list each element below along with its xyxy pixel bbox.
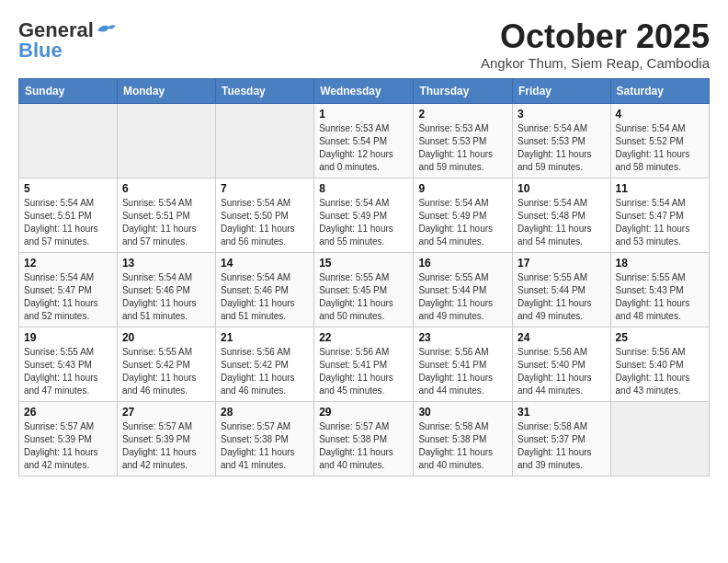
logo-blue-text: Blue (18, 39, 63, 63)
calendar-cell (215, 103, 313, 178)
calendar-cell (19, 103, 118, 178)
day-detail: Sunrise: 5:56 AMSunset: 5:41 PMDaylight:… (418, 346, 507, 397)
calendar-cell: 19Sunrise: 5:55 AMSunset: 5:43 PMDayligh… (19, 327, 118, 401)
weekday-header-tuesday: Tuesday (215, 78, 313, 103)
calendar-table: SundayMondayTuesdayWednesdayThursdayFrid… (18, 78, 710, 477)
logo: General Blue (18, 18, 116, 63)
calendar-week-row: 12Sunrise: 5:54 AMSunset: 5:47 PMDayligh… (19, 252, 710, 327)
day-detail: Sunrise: 5:58 AMSunset: 5:37 PMDaylight:… (518, 420, 606, 472)
day-number: 27 (122, 406, 210, 419)
day-number: 29 (319, 406, 408, 419)
title-area: October 2025 Angkor Thum, Siem Reap, Cam… (481, 18, 710, 71)
weekday-header-friday: Friday (512, 78, 610, 103)
day-number: 20 (122, 331, 210, 344)
weekday-header-wednesday: Wednesday (314, 78, 414, 103)
calendar-cell: 3Sunrise: 5:54 AMSunset: 5:53 PMDaylight… (512, 103, 610, 178)
day-number: 9 (418, 182, 507, 195)
calendar-cell: 30Sunrise: 5:58 AMSunset: 5:38 PMDayligh… (414, 401, 513, 476)
day-number: 19 (24, 331, 112, 344)
day-number: 14 (221, 257, 309, 270)
day-number: 3 (518, 108, 606, 121)
day-detail: Sunrise: 5:54 AMSunset: 5:47 PMDaylight:… (24, 271, 112, 323)
calendar-cell: 1Sunrise: 5:53 AMSunset: 5:54 PMDaylight… (314, 103, 414, 178)
calendar-cell: 20Sunrise: 5:55 AMSunset: 5:42 PMDayligh… (117, 327, 215, 401)
day-number: 11 (616, 182, 704, 195)
day-detail: Sunrise: 5:54 AMSunset: 5:49 PMDaylight:… (319, 197, 408, 248)
calendar-cell: 25Sunrise: 5:56 AMSunset: 5:40 PMDayligh… (610, 327, 709, 401)
day-detail: Sunrise: 5:57 AMSunset: 5:39 PMDaylight:… (122, 420, 210, 472)
calendar-cell: 15Sunrise: 5:55 AMSunset: 5:45 PMDayligh… (314, 252, 414, 327)
calendar-cell (610, 401, 709, 476)
day-number: 28 (221, 406, 309, 419)
calendar-cell: 22Sunrise: 5:56 AMSunset: 5:41 PMDayligh… (314, 327, 414, 401)
calendar-cell: 21Sunrise: 5:56 AMSunset: 5:42 PMDayligh… (215, 327, 313, 401)
weekday-header-sunday: Sunday (19, 78, 118, 103)
day-detail: Sunrise: 5:55 AMSunset: 5:43 PMDaylight:… (616, 271, 704, 323)
calendar-header-row: SundayMondayTuesdayWednesdayThursdayFrid… (19, 78, 710, 103)
day-number: 8 (319, 182, 408, 195)
location-subtitle: Angkor Thum, Siem Reap, Cambodia (481, 55, 710, 71)
calendar-cell: 13Sunrise: 5:54 AMSunset: 5:46 PMDayligh… (117, 252, 215, 327)
calendar-cell: 29Sunrise: 5:57 AMSunset: 5:38 PMDayligh… (314, 401, 414, 476)
day-detail: Sunrise: 5:57 AMSunset: 5:38 PMDaylight:… (221, 420, 309, 472)
calendar-cell: 28Sunrise: 5:57 AMSunset: 5:38 PMDayligh… (215, 401, 313, 476)
calendar-cell: 16Sunrise: 5:55 AMSunset: 5:44 PMDayligh… (414, 252, 513, 327)
calendar-cell: 10Sunrise: 5:54 AMSunset: 5:48 PMDayligh… (512, 178, 610, 252)
day-number: 4 (616, 108, 704, 121)
day-detail: Sunrise: 5:53 AMSunset: 5:54 PMDaylight:… (319, 122, 408, 174)
day-detail: Sunrise: 5:58 AMSunset: 5:38 PMDaylight:… (418, 420, 507, 472)
day-detail: Sunrise: 5:54 AMSunset: 5:49 PMDaylight:… (418, 197, 507, 248)
logo-bird-icon (96, 23, 116, 38)
day-number: 24 (518, 331, 606, 344)
day-detail: Sunrise: 5:56 AMSunset: 5:41 PMDaylight:… (319, 346, 408, 397)
calendar-cell: 9Sunrise: 5:54 AMSunset: 5:49 PMDaylight… (414, 178, 513, 252)
calendar-cell: 7Sunrise: 5:54 AMSunset: 5:50 PMDaylight… (215, 178, 313, 252)
day-detail: Sunrise: 5:53 AMSunset: 5:53 PMDaylight:… (418, 122, 507, 174)
day-number: 26 (24, 406, 112, 419)
day-number: 18 (616, 257, 704, 270)
calendar-week-row: 1Sunrise: 5:53 AMSunset: 5:54 PMDaylight… (19, 103, 710, 178)
day-number: 10 (518, 182, 606, 195)
calendar-week-row: 26Sunrise: 5:57 AMSunset: 5:39 PMDayligh… (19, 401, 710, 476)
calendar-cell: 2Sunrise: 5:53 AMSunset: 5:53 PMDaylight… (414, 103, 513, 178)
calendar-cell: 6Sunrise: 5:54 AMSunset: 5:51 PMDaylight… (117, 178, 215, 252)
calendar-cell: 31Sunrise: 5:58 AMSunset: 5:37 PMDayligh… (512, 401, 610, 476)
calendar-cell: 12Sunrise: 5:54 AMSunset: 5:47 PMDayligh… (19, 252, 118, 327)
day-detail: Sunrise: 5:57 AMSunset: 5:39 PMDaylight:… (24, 420, 112, 472)
day-detail: Sunrise: 5:54 AMSunset: 5:46 PMDaylight:… (122, 271, 210, 323)
day-number: 30 (418, 406, 507, 419)
calendar-cell: 8Sunrise: 5:54 AMSunset: 5:49 PMDaylight… (314, 178, 414, 252)
day-detail: Sunrise: 5:54 AMSunset: 5:51 PMDaylight:… (24, 197, 112, 248)
page-header: General Blue October 2025 Angkor Thum, S… (18, 18, 710, 71)
calendar-cell (117, 103, 215, 178)
day-number: 15 (319, 257, 408, 270)
day-number: 5 (24, 182, 112, 195)
day-detail: Sunrise: 5:55 AMSunset: 5:43 PMDaylight:… (24, 346, 112, 397)
day-number: 23 (418, 331, 507, 344)
day-number: 21 (221, 331, 309, 344)
weekday-header-saturday: Saturday (610, 78, 709, 103)
day-number: 6 (122, 182, 210, 195)
calendar-cell: 23Sunrise: 5:56 AMSunset: 5:41 PMDayligh… (414, 327, 513, 401)
day-number: 31 (518, 406, 606, 419)
calendar-cell: 11Sunrise: 5:54 AMSunset: 5:47 PMDayligh… (610, 178, 709, 252)
day-number: 12 (24, 257, 112, 270)
day-detail: Sunrise: 5:57 AMSunset: 5:38 PMDaylight:… (319, 420, 408, 472)
day-number: 25 (616, 331, 704, 344)
day-detail: Sunrise: 5:55 AMSunset: 5:44 PMDaylight:… (518, 271, 606, 323)
day-detail: Sunrise: 5:54 AMSunset: 5:46 PMDaylight:… (221, 271, 309, 323)
day-number: 13 (122, 257, 210, 270)
day-detail: Sunrise: 5:56 AMSunset: 5:42 PMDaylight:… (221, 346, 309, 397)
day-detail: Sunrise: 5:56 AMSunset: 5:40 PMDaylight:… (518, 346, 606, 397)
calendar-cell: 26Sunrise: 5:57 AMSunset: 5:39 PMDayligh… (19, 401, 118, 476)
day-number: 16 (418, 257, 507, 270)
day-detail: Sunrise: 5:56 AMSunset: 5:40 PMDaylight:… (616, 346, 704, 397)
day-number: 2 (418, 108, 507, 121)
day-detail: Sunrise: 5:54 AMSunset: 5:52 PMDaylight:… (616, 122, 704, 174)
calendar-cell: 4Sunrise: 5:54 AMSunset: 5:52 PMDaylight… (610, 103, 709, 178)
day-detail: Sunrise: 5:54 AMSunset: 5:47 PMDaylight:… (616, 197, 704, 248)
calendar-cell: 27Sunrise: 5:57 AMSunset: 5:39 PMDayligh… (117, 401, 215, 476)
calendar-week-row: 5Sunrise: 5:54 AMSunset: 5:51 PMDaylight… (19, 178, 710, 252)
calendar-cell: 17Sunrise: 5:55 AMSunset: 5:44 PMDayligh… (512, 252, 610, 327)
day-number: 22 (319, 331, 408, 344)
